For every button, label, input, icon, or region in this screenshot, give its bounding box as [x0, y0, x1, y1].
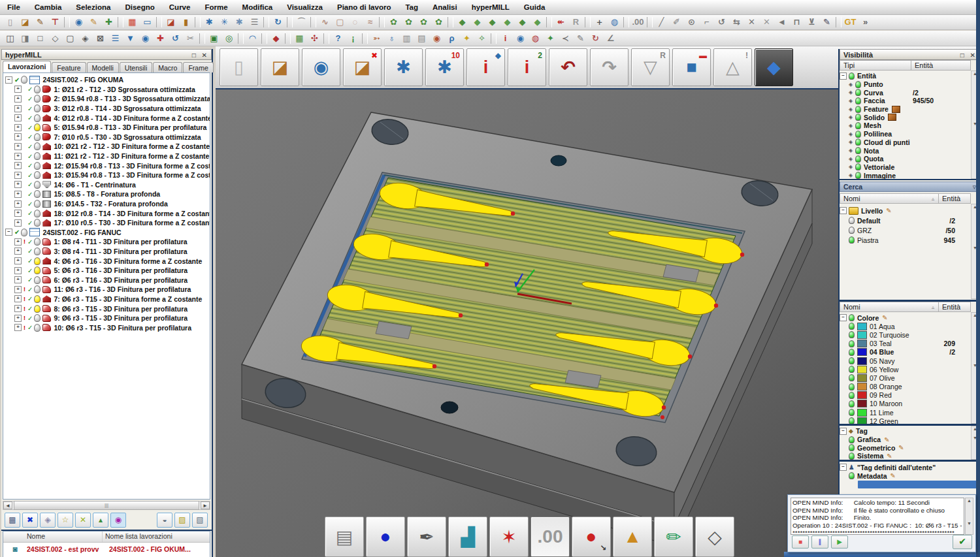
toolbar-icon[interactable]: ◌	[348, 16, 363, 29]
toolbar-icon[interactable]: ➳	[369, 32, 384, 45]
view-toolbar-button[interactable]: ✶	[489, 517, 529, 557]
bulb-icon[interactable]	[855, 172, 861, 179]
expand-icon[interactable]: +	[14, 124, 22, 131]
bulb-icon[interactable]	[34, 219, 41, 227]
pencil-icon[interactable]: ✎	[882, 314, 887, 321]
toolbar-icon[interactable]	[836, 17, 841, 27]
operation-row[interactable]: + ! ✓ 7: Ø6 r3 - T15 - 3D Finitura forme…	[5, 294, 210, 304]
bulb-icon[interactable]	[34, 86, 41, 93]
toolbar-icon[interactable]: ≈	[363, 16, 378, 29]
toolbar-icon[interactable]: ◈	[78, 32, 93, 45]
column-header-nomi[interactable]: Nomi ▵	[840, 193, 939, 204]
tag-root-row[interactable]: − ◆ Tag	[840, 427, 971, 436]
toolbar-icon[interactable]: ⌒	[294, 16, 309, 29]
menu-item[interactable]: Seleziona	[69, 0, 118, 14]
color-row[interactable]: 05 Navy	[840, 357, 971, 365]
bulb-icon[interactable]	[34, 295, 41, 303]
toolbar-icon[interactable]: ◍	[528, 32, 543, 45]
toolbar-icon[interactable]: ◇	[48, 32, 63, 45]
bulb-icon[interactable]	[34, 247, 41, 255]
big-toolbar-button[interactable]: ▯	[220, 48, 258, 86]
toolbar-icon[interactable]: ◪	[18, 16, 33, 29]
menu-item[interactable]: Piano di lavoro	[330, 0, 398, 14]
big-toolbar-button[interactable]: ◪	[261, 48, 299, 86]
column-header-tipi[interactable]: Tipi	[840, 60, 911, 71]
big-toolbar-button[interactable]: ↷	[590, 48, 629, 86]
color-row[interactable]: 08 Orange	[840, 383, 971, 391]
toolbar-icon[interactable]	[285, 33, 291, 44]
pencil-icon[interactable]: ✎	[887, 453, 892, 460]
selected-tag-row[interactable]	[858, 481, 977, 488]
toolbar-icon[interactable]	[448, 17, 453, 27]
toolbar-icon[interactable]: ⊠	[93, 32, 108, 45]
toolbar-icon[interactable]: ◫	[3, 32, 18, 45]
visibility-row[interactable]: ◈ Solido	[840, 113, 971, 121]
bulb-icon[interactable]	[855, 147, 861, 154]
toolbar-icon[interactable]: ↞	[553, 16, 568, 29]
toolbar-icon[interactable]: ¡	[346, 32, 361, 45]
toolbar-icon[interactable]: ▦	[125, 16, 140, 29]
toolbar-icon[interactable]: ◆	[515, 16, 530, 29]
toolbar-icon[interactable]: ◆	[455, 16, 470, 29]
operation-row[interactable]: + ! ✓ 11: Ø21 r2 - T12 - 3D Finitura for…	[5, 151, 210, 161]
big-toolbar-button[interactable]: ✱	[384, 48, 423, 86]
tree-toolbar-button[interactable]: ▴	[93, 513, 108, 528]
bulb-icon[interactable]	[855, 114, 861, 121]
big-toolbar-button[interactable]: △ !	[713, 48, 752, 86]
menu-item[interactable]: Analisi	[425, 0, 465, 14]
toolbar-icon[interactable]: ✱	[232, 16, 247, 29]
toolbar-icon[interactable]: ↻	[270, 16, 286, 29]
bulb-icon[interactable]	[849, 331, 855, 338]
bulb-icon[interactable]	[849, 436, 855, 443]
tree-toolbar-button[interactable]: ▨	[174, 513, 190, 528]
tree-toolbar-button[interactable]: ◒	[157, 513, 172, 528]
toolbar-icon[interactable]: ✕	[759, 16, 774, 29]
color-row[interactable]: 04 Blue /2	[840, 348, 971, 357]
view-toolbar-button[interactable]: ● ↘	[572, 517, 611, 557]
toolbar-icon[interactable]: ◆	[485, 16, 500, 29]
collapse-icon[interactable]: −	[840, 464, 847, 471]
tree-toolbar-button[interactable]: ◈	[40, 513, 56, 528]
expand-icon[interactable]: +	[14, 86, 22, 93]
collapse-icon[interactable]: −	[5, 76, 12, 84]
visibility-row[interactable]: ◈ Curva /2	[840, 88, 971, 97]
color-row[interactable]: 11 Lime	[840, 408, 971, 417]
bulb-icon[interactable]	[855, 97, 861, 104]
bulb-icon[interactable]	[34, 152, 41, 160]
toolbar-icon[interactable]: ✎	[819, 16, 834, 29]
big-toolbar-button[interactable]: ▽ R	[631, 48, 670, 86]
bulb-icon[interactable]	[34, 162, 41, 170]
bulb-icon[interactable]	[34, 238, 41, 246]
tree-toolbar-button[interactable]: ▧	[192, 513, 208, 528]
view-toolbar-button[interactable]: ▟	[448, 517, 487, 557]
bulb-icon[interactable]	[855, 138, 861, 146]
visibility-tree[interactable]: − Entità ◈ Punto ◈ Curva	[840, 71, 971, 180]
tree-toolbar-button[interactable]: ◉	[110, 513, 126, 528]
bulb-icon[interactable]	[34, 181, 41, 189]
bulb-icon[interactable]	[34, 104, 41, 112]
bulb-icon[interactable]	[849, 227, 855, 234]
expand-icon[interactable]: +	[14, 276, 22, 283]
pause-button[interactable]: ∥	[811, 535, 828, 549]
visibility-row[interactable]: ◈ Feature	[840, 105, 971, 114]
toolbar-icon[interactable]: ✚	[101, 16, 116, 29]
bulb-icon[interactable]	[849, 349, 855, 356]
view-toolbar-button[interactable]: ✏	[654, 517, 693, 557]
operation-row[interactable]: + ! ✓ 2: Ø15.94 r0.8 - T13 - 3D Sgrossat…	[5, 94, 210, 104]
column-header-nome[interactable]: Nome	[3, 532, 103, 542]
column-header-nomi[interactable]: Nomi ▵	[840, 302, 939, 312]
expand-icon[interactable]: +	[14, 247, 22, 255]
bulb-icon[interactable]	[34, 114, 41, 122]
toolbar-icon[interactable]: ◉	[71, 16, 86, 29]
toolbar-icon[interactable]: ✚	[153, 32, 168, 45]
toolbar-icon[interactable]: ✎	[86, 16, 101, 29]
bulb-icon[interactable]	[849, 409, 855, 416]
toolbar-icon[interactable]: ⊤	[48, 16, 63, 29]
toolbar-icon[interactable]: ?	[331, 32, 346, 45]
big-toolbar-button[interactable]: ↶	[549, 48, 587, 86]
bulb-icon[interactable]	[34, 276, 41, 284]
collapse-icon[interactable]: −	[840, 207, 847, 214]
color-row[interactable]: 03 Teal 209	[840, 340, 971, 348]
operation-row[interactable]: + ! ✓ 13: Ø15.94 r0.8 - T13 - 3D Finitur…	[5, 170, 210, 180]
bulb-icon[interactable]	[34, 190, 41, 198]
